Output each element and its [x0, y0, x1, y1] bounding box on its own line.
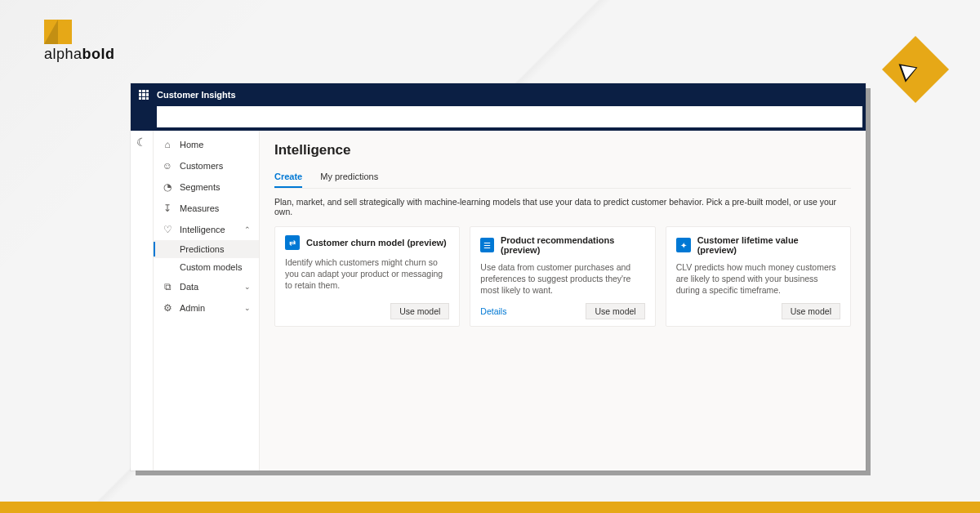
- brand-mark-icon: [44, 20, 72, 44]
- brand-arrow-graphic: [892, 46, 939, 93]
- chevron-down-icon: ⌄: [244, 283, 251, 291]
- churn-icon: ⇄: [285, 235, 300, 250]
- card-body: Use data from customer purchases and pre…: [480, 261, 644, 297]
- home-icon: ⌂: [162, 139, 173, 150]
- sidebar-item-label: Intelligence: [180, 225, 225, 234]
- sidebar-item-intelligence[interactable]: ♡ Intelligence ⌃: [154, 219, 259, 240]
- card-customer-lifetime-value: ✦ Customer lifetime value (preview) CLV …: [666, 226, 851, 327]
- rail-item-icon[interactable]: ☾: [131, 136, 153, 149]
- card-title: Customer churn model (preview): [306, 238, 447, 248]
- chevron-down-icon: ⌄: [244, 304, 251, 312]
- card-product-recommendations: ☰ Product recommendations (preview) Use …: [470, 226, 655, 327]
- sidebar-item-customers[interactable]: ☺ Customers: [154, 155, 259, 176]
- sidebar-item-label: Home: [180, 140, 203, 149]
- use-model-button[interactable]: Use model: [782, 303, 840, 319]
- app-title: Customer Insights: [157, 90, 236, 100]
- details-link[interactable]: Details: [480, 306, 506, 316]
- main-content: Intelligence Create My predictions Plan,…: [260, 131, 866, 471]
- chevron-up-icon: ⌃: [244, 225, 251, 234]
- page-title: Intelligence: [274, 142, 851, 158]
- measures-icon: ↧: [162, 203, 173, 214]
- page-description: Plan, market, and sell strategically wit…: [274, 197, 851, 216]
- tab-strip: Create My predictions: [274, 168, 851, 189]
- segments-icon: ◔: [162, 181, 173, 193]
- model-cards-row: ⇄ Customer churn model (preview) Identif…: [274, 226, 851, 327]
- search-row: [131, 106, 866, 131]
- sidebar-item-admin[interactable]: ⚙ Admin ⌄: [154, 297, 259, 319]
- footer-accent-bar: [0, 502, 980, 513]
- brand-logo: alphabold: [44, 20, 118, 69]
- sidebar-item-label: Data: [180, 282, 198, 292]
- app-launcher-icon[interactable]: [139, 90, 149, 100]
- sidebar: ⌂ Home ☺ Customers ◔ Segments ↧ Measures…: [154, 131, 260, 471]
- intelligence-icon: ♡: [162, 224, 173, 235]
- clv-icon: ✦: [676, 238, 691, 252]
- sidebar-item-label: Custom models: [180, 262, 242, 272]
- search-input[interactable]: [157, 106, 862, 127]
- card-title: Product recommendations (preview): [501, 235, 645, 255]
- sidebar-item-measures[interactable]: ↧ Measures: [154, 198, 259, 219]
- card-customer-churn: ⇄ Customer churn model (preview) Identif…: [274, 226, 460, 327]
- admin-icon: ⚙: [162, 302, 173, 314]
- card-title: Customer lifetime value (preview): [697, 235, 840, 255]
- sidebar-sub-predictions[interactable]: Predictions: [154, 240, 259, 258]
- customers-icon: ☺: [162, 160, 173, 172]
- brand-wordmark: alphabold: [44, 46, 118, 63]
- tab-my-predictions[interactable]: My predictions: [320, 168, 378, 188]
- sidebar-item-label: Predictions: [180, 244, 224, 254]
- titlebar: Customer Insights: [131, 83, 866, 106]
- sidebar-item-data[interactable]: ⧉ Data ⌄: [154, 276, 259, 297]
- sidebar-item-segments[interactable]: ◔ Segments: [154, 176, 259, 198]
- sidebar-item-label: Admin: [180, 303, 205, 313]
- recommendations-icon: ☰: [480, 238, 494, 252]
- card-body: CLV predicts how much money customers ar…: [676, 261, 840, 297]
- sidebar-item-home[interactable]: ⌂ Home: [154, 134, 259, 155]
- tab-create[interactable]: Create: [274, 168, 302, 188]
- app-window: Customer Insights ☾ ⌂ Home ☺ Customers ◔…: [131, 83, 866, 471]
- icon-rail: ☾: [131, 131, 154, 471]
- sidebar-item-label: Segments: [180, 182, 220, 192]
- workspace: ☾ ⌂ Home ☺ Customers ◔ Segments ↧ Measur…: [131, 131, 866, 471]
- card-body: Identify which customers might churn so …: [285, 256, 449, 297]
- sidebar-item-label: Customers: [180, 161, 223, 171]
- data-icon: ⧉: [162, 281, 173, 292]
- use-model-button[interactable]: Use model: [390, 303, 449, 319]
- use-model-button[interactable]: Use model: [586, 303, 644, 319]
- sidebar-sub-custom-models[interactable]: Custom models: [154, 258, 259, 276]
- sidebar-item-label: Measures: [180, 203, 219, 213]
